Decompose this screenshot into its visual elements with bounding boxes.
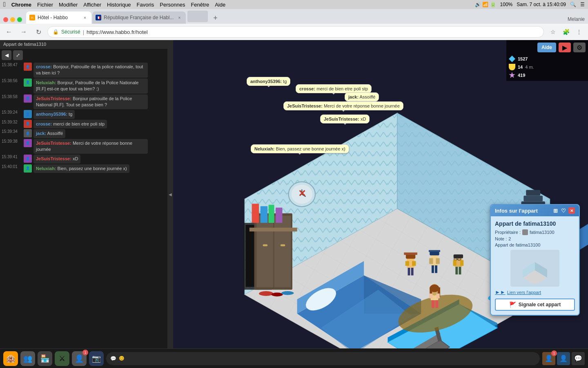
tab-close-fr[interactable]: × xyxy=(176,14,183,21)
svg-rect-20 xyxy=(281,245,285,247)
window-close[interactable] xyxy=(3,17,8,22)
notifications-icon[interactable]: 👤1 xyxy=(72,351,87,366)
catalog-icon[interactable]: 🏪 xyxy=(38,351,52,366)
chat-message: 15:40:01 👤 Neluxiah: Bien, passez une bo… xyxy=(2,164,166,173)
hud-settings-button[interactable]: ⚙ xyxy=(573,43,586,52)
separator: | xyxy=(83,29,84,35)
svg-point-26 xyxy=(259,291,273,296)
svg-rect-73 xyxy=(460,260,463,266)
chat-input[interactable] xyxy=(127,355,536,361)
chat-control-2[interactable]: ⤢ xyxy=(13,50,23,60)
chat-control-1[interactable]: ◀ xyxy=(2,50,11,60)
menu-fenetre[interactable]: Fenêtre xyxy=(191,2,209,8)
menu-aide[interactable]: Aide xyxy=(215,2,225,8)
room-info-close[interactable]: ✕ xyxy=(568,207,575,214)
window-maximize[interactable] xyxy=(17,17,22,22)
secure-label: Sécurisé xyxy=(61,29,80,35)
chrome-toolbar: ← → ↻ 🔒 Sécurisé | https://www.habbo.fr/… xyxy=(0,24,588,40)
svg-rect-24 xyxy=(269,205,274,223)
tab-title-habbo: Hôtel - Habbo xyxy=(38,15,79,20)
menu-personnes[interactable]: Personnes xyxy=(160,2,185,8)
hud-red-button[interactable]: ▶ xyxy=(559,43,571,52)
menu-fichier[interactable]: Fichier xyxy=(37,2,53,8)
collapse-button[interactable]: ◀ xyxy=(167,40,173,348)
chat-message: 15:38:56 👤 Neluxiah: Bonjour, Patrouille… xyxy=(2,79,166,94)
forward-button[interactable]: → xyxy=(18,26,29,38)
shields-value: 14 xyxy=(518,65,523,70)
new-tab-button[interactable]: + xyxy=(209,12,221,24)
app-name[interactable]: Chrome xyxy=(11,2,31,8)
menu-favoris[interactable]: Favoris xyxy=(137,2,154,8)
reload-button[interactable]: ↻ xyxy=(33,26,44,38)
extension-icon[interactable]: 🧩 xyxy=(560,26,572,38)
apple-menu[interactable]:  xyxy=(3,1,6,8)
room-description: Appart de fatima13100 xyxy=(495,242,575,247)
svg-text:✕: ✕ xyxy=(298,188,306,199)
user-profile: Melanie xyxy=(568,16,585,22)
user-badge-2[interactable]: 👤 xyxy=(557,352,570,365)
tab-habbo[interactable]: H Hôtel - Habbo × xyxy=(26,11,91,24)
address-bar[interactable]: 🔒 Sécurisé | https://www.habbo.fr/hotel xyxy=(47,26,544,38)
star-icon xyxy=(509,72,515,79)
quests-icon[interactable]: ⚔ xyxy=(55,351,69,366)
window-minimize[interactable] xyxy=(10,17,15,22)
habbo-icon[interactable]: 🏨 xyxy=(3,351,18,366)
hud-stars-row: 419 xyxy=(509,72,586,79)
tab-title-fr: République Française de Habl... xyxy=(104,15,174,20)
tab-republique[interactable]: 🇫🇷 République Française de Habl... × xyxy=(92,11,186,24)
room-info-panel: Infos sur l'appart ⊞ ♡ ✕ Appart de fatim… xyxy=(490,204,580,316)
chat-input-area[interactable]: 💬 😊 xyxy=(106,352,540,365)
svg-rect-19 xyxy=(263,245,268,247)
user-badge-3[interactable]: 💬 xyxy=(572,352,585,365)
back-button[interactable]: ← xyxy=(3,26,15,38)
emoji-icon: 😊 xyxy=(119,356,125,361)
aide-button[interactable]: Aide xyxy=(537,43,556,52)
chat-bubble: crosse: merci de bien etre poli stp xyxy=(33,120,107,128)
chat-bubble: JeSuisTristesse: Merci de votre réponse … xyxy=(33,139,148,154)
chrome-tabbar: H Hôtel - Habbo × 🇫🇷 République Français… xyxy=(0,9,588,24)
chat-avatar: 👤 xyxy=(24,164,32,173)
room-info-header: Infos sur l'appart ⊞ ♡ ✕ xyxy=(491,205,579,216)
chat-header-text: Appart de fatima1310 xyxy=(3,42,46,47)
menu-afficher[interactable]: Afficher xyxy=(83,2,101,8)
hud-panel: Aide ▶ ⚙ 1527 14 4 m. 419 xyxy=(506,40,588,81)
link-label: Lien vers l'appart xyxy=(507,290,541,295)
badge-count-1: 1 xyxy=(551,350,557,356)
chat-avatar: 👤 xyxy=(24,129,32,137)
menu-historique[interactable]: Historique xyxy=(107,2,131,8)
spotlight-icon[interactable]: 🔍 xyxy=(570,2,576,7)
camera-icon[interactable]: 📷 xyxy=(89,351,104,366)
svg-rect-53 xyxy=(404,252,417,255)
flag-icon: 🚩 xyxy=(509,301,516,308)
chat-message: 15:39:32 👤 crosse: merci de bien etre po… xyxy=(2,120,166,128)
tab-favicon-habbo: H xyxy=(29,15,35,20)
room-link[interactable]: ►► Lien vers l'appart xyxy=(495,289,575,295)
room-info-copy[interactable]: ⊞ xyxy=(552,207,559,214)
notification-icon[interactable]: ☰ xyxy=(580,2,585,7)
menubar:  Chrome Fichier Modifier Afficher Histo… xyxy=(0,0,588,9)
friends-icon[interactable]: 👥 xyxy=(20,351,35,366)
chat-bubble: Neluxiah: Bien, passez une bonne journée… xyxy=(33,164,129,173)
report-button[interactable]: 🚩 Signale cet appart xyxy=(495,298,575,311)
habbo-toolbar: 🏨 👥 🏪 ⚔ 👤1 📷 💬 😊 👤 1 👤 💬 xyxy=(0,348,588,368)
room-info-heart[interactable]: ♡ xyxy=(560,207,567,214)
chat-message: 15:39:41 👤 JeSuisTristesse: xD xyxy=(2,155,166,163)
owner-label: Propriétaire : xyxy=(495,230,521,235)
svg-rect-62 xyxy=(435,265,437,273)
chat-bubble: jack: Assoiffé xyxy=(33,129,65,138)
svg-rect-45 xyxy=(526,190,540,195)
menu-modifier[interactable]: Modifier xyxy=(59,2,78,8)
game-area[interactable]: anthony35396: tg crosse: merci de bien e… xyxy=(173,40,588,348)
user-badge-1[interactable]: 👤 1 xyxy=(542,352,555,365)
svg-rect-71 xyxy=(459,267,461,275)
svg-rect-18 xyxy=(274,216,291,287)
menu-dots[interactable]: ⋮ xyxy=(573,26,585,38)
svg-rect-64 xyxy=(436,258,439,264)
chat-bubble: Neluxiah: Bonjour, Patrouille de la Poli… xyxy=(33,79,148,94)
shield-icon xyxy=(509,64,515,70)
user-icons: 👤 1 👤 💬 xyxy=(542,352,585,365)
svg-rect-81 xyxy=(429,294,432,298)
bookmark-icon[interactable]: ☆ xyxy=(547,26,559,38)
tab-close-habbo[interactable]: × xyxy=(82,14,88,21)
chat-avatar: 👤 xyxy=(24,139,32,147)
